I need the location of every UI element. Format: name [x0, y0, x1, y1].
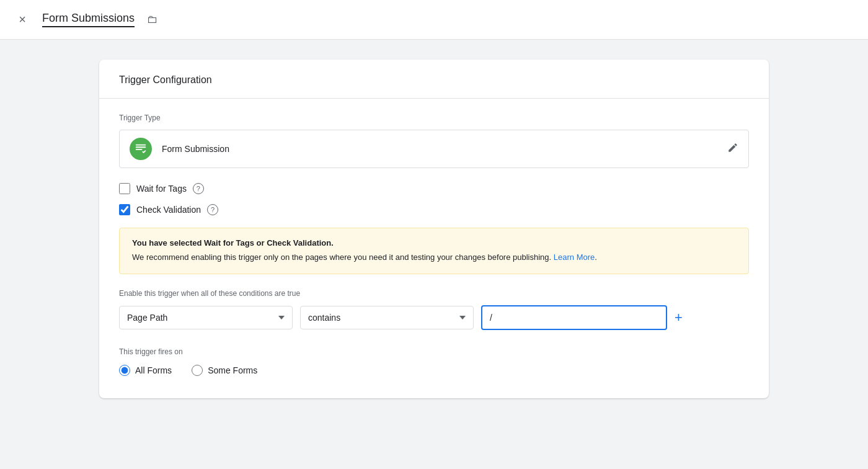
fires-on-section: This trigger fires on All Forms Some For… [119, 347, 749, 383]
header: × Form Submissions 🗀 [0, 0, 868, 40]
card-title: Trigger Configuration [119, 74, 212, 85]
some-forms-row: Some Forms [192, 365, 257, 376]
learn-more-link[interactable]: Learn More [554, 252, 595, 262]
wait-for-tags-checkbox[interactable] [119, 183, 130, 194]
wait-for-tags-label[interactable]: Wait for Tags [136, 184, 187, 194]
some-forms-radio[interactable] [192, 365, 203, 376]
form-submission-icon [130, 138, 152, 160]
edit-trigger-icon[interactable] [727, 142, 738, 156]
check-validation-help-icon[interactable]: ? [207, 204, 218, 215]
trigger-type-label: Trigger Type [119, 114, 749, 122]
main-content: Trigger Configuration Trigger Type Form … [0, 40, 868, 469]
warning-box: You have selected Wait for Tags or Check… [119, 228, 749, 274]
all-forms-label[interactable]: All Forms [135, 365, 172, 375]
close-button[interactable]: × [12, 10, 32, 30]
some-forms-label[interactable]: Some Forms [208, 365, 257, 375]
check-validation-row: Check Validation ? [119, 204, 749, 215]
add-condition-button[interactable]: + [675, 310, 683, 326]
page-title: Form Submissions [42, 12, 135, 27]
options-group: Wait for Tags ? Check Validation ? [119, 183, 749, 215]
warning-title: You have selected Wait for Tags or Check… [132, 238, 736, 248]
trigger-config-card: Trigger Configuration Trigger Type Form … [99, 60, 769, 398]
card-header: Trigger Configuration [99, 60, 769, 99]
warning-text: We recommend enabling this trigger only … [132, 251, 736, 264]
condition-value-input[interactable] [481, 305, 667, 330]
trigger-type-selector[interactable]: Form Submission [119, 130, 749, 168]
conditions-section: Enable this trigger when all of these co… [119, 289, 749, 330]
contains-dropdown[interactable]: contains equals starts with ends with ma… [300, 306, 474, 329]
wait-for-tags-row: Wait for Tags ? [119, 183, 749, 194]
all-forms-radio[interactable] [119, 365, 130, 376]
fires-on-label: This trigger fires on [119, 347, 749, 356]
trigger-type-name: Form Submission [162, 144, 229, 154]
folder-icon[interactable]: 🗀 [147, 13, 158, 26]
conditions-label: Enable this trigger when all of these co… [119, 289, 749, 298]
page-path-dropdown[interactable]: Page Path Page URL Page Hostname Page Ti… [119, 306, 293, 329]
conditions-row: Page Path Page URL Page Hostname Page Ti… [119, 305, 749, 330]
card-body: Trigger Type Form Submission Wait for T [99, 99, 769, 398]
fires-on-radio-group: All Forms Some Forms [119, 365, 749, 376]
wait-for-tags-help-icon[interactable]: ? [193, 183, 204, 194]
all-forms-row: All Forms [119, 365, 172, 376]
check-validation-label[interactable]: Check Validation [136, 205, 201, 215]
check-validation-checkbox[interactable] [119, 204, 130, 215]
